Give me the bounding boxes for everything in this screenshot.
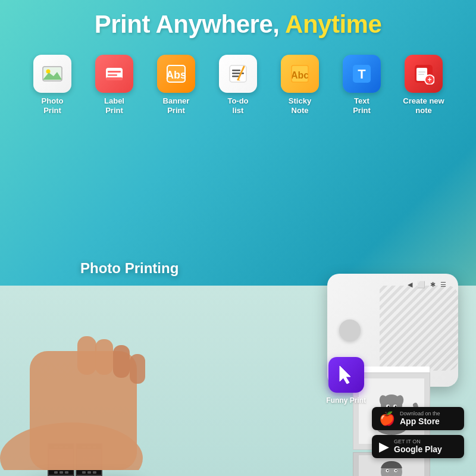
funny-print-icon[interactable] [328, 357, 364, 393]
photo-svg [42, 63, 63, 84]
svg-rect-31 [113, 345, 130, 378]
main-section: 2:49 📶 70% + + Add Device [0, 190, 476, 476]
app-store-badge[interactable]: 🍎 Download on the App Store [372, 407, 464, 430]
printer-icons: ◀ ⬜ ✱ ☰ [408, 281, 446, 289]
feature-sticky-note[interactable]: Abc StickyNote [273, 55, 327, 115]
printer-button[interactable] [339, 320, 361, 341]
app-store-sub: Download on the [400, 411, 440, 416]
funny-print-wrap: Funny Print [326, 357, 366, 405]
photo-print-label: PhotoPrint [42, 96, 64, 115]
photo-printing-big-text: Photo Printing [80, 260, 178, 277]
svg-point-1 [46, 70, 51, 74]
todo-list-icon [219, 55, 257, 93]
printer-bluetooth-icon: ✱ [430, 281, 436, 289]
svg-rect-32 [130, 354, 145, 384]
svg-rect-13 [232, 73, 244, 74]
photo-printing-big: Photo Printing [80, 260, 178, 277]
feature-photo-print[interactable]: PhotoPrint [26, 55, 79, 115]
google-play-text: GET IT ON Google Play [394, 439, 442, 455]
svg-rect-12 [232, 70, 240, 71]
create-note-icon: + [405, 55, 443, 93]
funny-print-label: Funny Print [326, 396, 366, 405]
svg-text:+: + [427, 76, 431, 84]
feature-banner-print[interactable]: Abs BannerPrint [149, 55, 203, 115]
printer-feed-icon: ☰ [440, 281, 446, 289]
banner-svg: Abs [165, 63, 187, 84]
svg-point-50 [387, 470, 388, 471]
google-play-icon: ▶ [379, 439, 389, 455]
label-print-icon [95, 55, 133, 93]
film-holes-2 [49, 470, 73, 475]
todo-list-label: To-dolist [227, 96, 248, 115]
svg-rect-14 [232, 76, 239, 77]
google-play-badge[interactable]: ▶ GET IT ON Google Play [372, 435, 464, 458]
feature-todo-list[interactable]: To-dolist [211, 55, 265, 115]
headline: Print Anywhere, Anytime [0, 0, 476, 44]
printer-stripes [380, 286, 458, 371]
svg-rect-6 [108, 74, 117, 76]
svg-rect-7 [106, 77, 123, 80]
text-print-label: TextPrint [353, 96, 371, 115]
svg-text:Abs: Abs [166, 69, 186, 81]
svg-text:T: T [358, 67, 366, 82]
feature-text-print[interactable]: T TextPrint [335, 55, 389, 115]
hand-svg [0, 292, 184, 470]
google-play-sub: GET IT ON [394, 439, 442, 444]
svg-rect-25 [418, 74, 424, 75]
svg-rect-24 [418, 71, 425, 73]
svg-point-51 [395, 470, 396, 471]
text-svg: T [351, 63, 372, 84]
funny-print-svg [335, 364, 358, 386]
app-store-main: App Store [400, 416, 440, 427]
person-illustration [359, 455, 424, 476]
svg-rect-33 [77, 336, 96, 375]
store-badges: 🍎 Download on the App Store ▶ GET IT ON … [372, 407, 464, 458]
printer-screen-icon: ⬜ [417, 281, 425, 289]
printer-buttons [339, 320, 361, 341]
feature-label-print[interactable]: LabelPrint [87, 55, 141, 115]
sticky-note-label: StickyNote [289, 96, 311, 115]
photo-print-icon [33, 55, 71, 93]
svg-rect-5 [108, 71, 121, 73]
todo-svg [227, 63, 249, 84]
banner-print-icon: Abs [157, 55, 195, 93]
google-play-main: Google Play [394, 444, 442, 455]
features-row: PhotoPrint LabelPrint Abs [0, 44, 476, 120]
app-store-text: Download on the App Store [400, 411, 440, 427]
svg-text:Abc: Abc [291, 70, 309, 80]
feature-create-note[interactable]: + Create newnote [397, 55, 450, 115]
headline-part2: Anytime [285, 10, 381, 38]
headline-part1: Print Anywhere, [95, 10, 280, 38]
text-print-icon: T [343, 55, 381, 93]
printer-nav-icon: ◀ [408, 281, 412, 289]
svg-rect-30 [95, 339, 113, 375]
label-print-label: LabelPrint [104, 96, 124, 115]
banner-print-label: BannerPrint [163, 96, 190, 115]
create-svg: + [413, 63, 434, 84]
page-content: Print Anywhere, Anytime PhotoPrint [0, 0, 476, 476]
create-note-label: Create newnote [403, 96, 444, 115]
label-svg [104, 63, 125, 84]
sticky-svg: Abc [289, 63, 311, 84]
apple-icon: 🍎 [379, 411, 395, 427]
sticky-note-icon: Abc [281, 55, 319, 93]
